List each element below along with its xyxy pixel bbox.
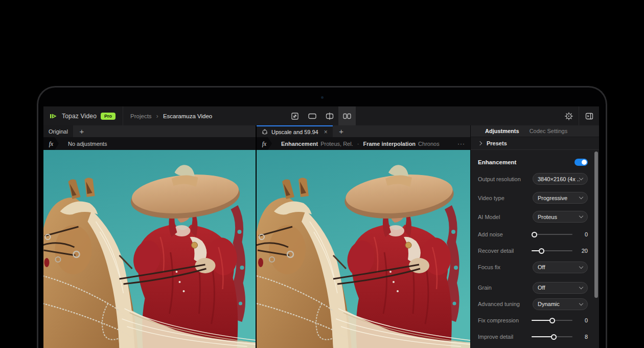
panel-toggle-button[interactable] — [579, 106, 599, 125]
view-mode-group — [286, 106, 356, 125]
dropdown-focus-fix[interactable]: Off — [533, 262, 588, 273]
tab-original[interactable]: Original — [43, 125, 73, 137]
value-add-noise: 0 — [572, 231, 588, 237]
presets-row[interactable]: Presets — [471, 137, 599, 150]
slider-knob[interactable] — [549, 318, 555, 323]
dropdown-video-type[interactable]: Progressive — [533, 192, 588, 204]
slider-knob[interactable] — [539, 248, 544, 254]
control-row-improve-detail: Improve detail8 — [478, 329, 588, 345]
control-row-focus-fix: Focus fixOff — [478, 259, 588, 275]
tab-upscale-label: Upscale and 59.94 — [271, 129, 318, 135]
control-row-output-resolution: Output resolution3840×2160 (4x ... — [478, 169, 588, 188]
enhancement-tab-icon — [262, 129, 268, 135]
topbar-right-group — [559, 106, 599, 125]
control-row-ai-model: AI ModelProteus — [478, 207, 588, 226]
tab-adjustments[interactable]: Adjustments — [485, 128, 519, 134]
adjustments-panel: Adjustments Codec Settings Presets Enhan… — [470, 125, 599, 348]
single-view-icon — [308, 112, 317, 121]
control-row-fix-compression: Fix compression0 — [478, 312, 588, 329]
upscale-tabbar: Upscale and 59.94 × + — [257, 125, 470, 137]
slider-track — [532, 234, 572, 235]
control-label-ai-model: AI Model — [478, 214, 533, 220]
original-video-preview[interactable] — [43, 150, 256, 348]
control-label-grain: Grain — [478, 285, 533, 291]
app-logo: Topaz Video Pro — [43, 106, 123, 125]
panel-controls: Output resolution3840×2160 (4x ...Video … — [478, 169, 588, 345]
single-view-button[interactable] — [304, 106, 321, 125]
app-name: Topaz Video — [62, 113, 97, 120]
slider-fill — [532, 320, 552, 321]
more-options-icon[interactable]: ··· — [457, 140, 465, 147]
dropdown-value-advanced-tuning: Dynamic — [538, 301, 580, 307]
enhancement-toggle[interactable] — [574, 159, 588, 166]
control-label-improve-detail: Improve detail — [478, 334, 532, 340]
presets-label: Presets — [487, 140, 507, 146]
control-row-advanced-tuning: Advanced tuningDynamic — [478, 296, 588, 312]
tab-upscale[interactable]: Upscale and 59.94 × — [257, 125, 333, 137]
fx-icon: fx — [262, 141, 266, 147]
control-row-video-type: Video typeProgressive — [478, 188, 588, 207]
slider-recover-detail[interactable] — [532, 247, 572, 254]
enhancement-title: Enhancement — [478, 159, 516, 165]
settings-button[interactable] — [559, 106, 579, 125]
enhancement-header: Enhancement — [478, 155, 588, 169]
dropdown-output-resolution[interactable]: 3840×2160 (4x ... — [533, 173, 588, 185]
add-view-button[interactable]: + — [333, 125, 350, 137]
filter-separator: · — [357, 141, 359, 147]
tab-codec-settings[interactable]: Codec Settings — [530, 128, 568, 134]
control-label-video-type: Video type — [478, 195, 533, 201]
filter-enhancement-name: Enhancement — [281, 141, 318, 147]
fx-badge: fx — [257, 137, 272, 150]
panel-toggle-icon — [585, 112, 594, 121]
add-view-button[interactable]: + — [73, 125, 90, 137]
webcam-dot — [321, 96, 324, 99]
control-row-add-noise: Add noise0 — [478, 226, 588, 243]
slider-improve-detail[interactable] — [532, 333, 572, 340]
breadcrumb-project-name: Escaramuza Video — [163, 113, 212, 119]
fx-icon: fx — [49, 141, 53, 147]
dropdown-value-video-type: Progressive — [538, 195, 580, 201]
value-improve-detail: 8 — [572, 334, 588, 340]
dropdown-advanced-tuning[interactable]: Dynamic — [533, 298, 588, 310]
chevron-right-icon: › — [156, 113, 158, 119]
panel-body: Enhancement Output resolution3840×2160 (… — [471, 150, 599, 345]
topbar: Topaz Video Pro Projects › Escaramuza Vi… — [43, 106, 599, 125]
panel-tabs: Adjustments Codec Settings — [471, 125, 599, 137]
chevron-down-icon — [579, 301, 583, 305]
topaz-logo-icon — [50, 112, 58, 120]
control-label-focus-fix: Focus fix — [478, 264, 533, 270]
dropdown-value-ai-model: Proteus — [538, 214, 580, 220]
slider-knob[interactable] — [532, 232, 537, 237]
side-by-side-view-icon — [342, 112, 352, 121]
original-tabbar: Original + — [43, 125, 256, 137]
split-view-icon — [325, 112, 334, 121]
chevron-down-icon — [579, 264, 583, 268]
control-label-recover-detail: Recover detail — [478, 248, 532, 254]
side-by-side-view-button[interactable] — [338, 106, 356, 125]
upscale-video-frame — [257, 150, 470, 348]
slider-add-noise[interactable] — [532, 231, 572, 238]
no-adjustments-label: No adjustments — [68, 141, 107, 147]
upscale-video-preview[interactable] — [257, 150, 470, 348]
main-area: Original + fx No adjustments — [43, 125, 599, 348]
slider-knob[interactable] — [551, 334, 557, 340]
control-row-grain: GrainOff — [478, 279, 588, 296]
breadcrumb-projects[interactable]: Projects — [130, 113, 152, 119]
filter-enhancement-value: Proteus, Rel. — [320, 141, 353, 147]
original-pane: Original + fx No adjustments — [43, 125, 256, 348]
chevron-down-icon — [579, 214, 583, 218]
original-video-frame — [43, 150, 256, 348]
dropdown-ai-model[interactable]: Proteus — [533, 211, 588, 223]
dropdown-grain[interactable]: Off — [533, 282, 588, 294]
chevron-right-icon — [478, 141, 482, 145]
slider-fix-compression[interactable] — [532, 317, 572, 324]
control-label-add-noise: Add noise — [478, 231, 532, 237]
tab-original-label: Original — [49, 128, 68, 135]
close-tab-icon[interactable]: × — [324, 128, 328, 136]
fit-view-button[interactable] — [286, 106, 304, 125]
fit-view-icon — [290, 112, 300, 121]
dropdown-value-grain: Off — [538, 285, 580, 291]
scrollbar-thumb[interactable] — [594, 151, 598, 298]
control-label-fix-compression: Fix compression — [478, 317, 532, 323]
split-view-button[interactable] — [321, 106, 338, 125]
